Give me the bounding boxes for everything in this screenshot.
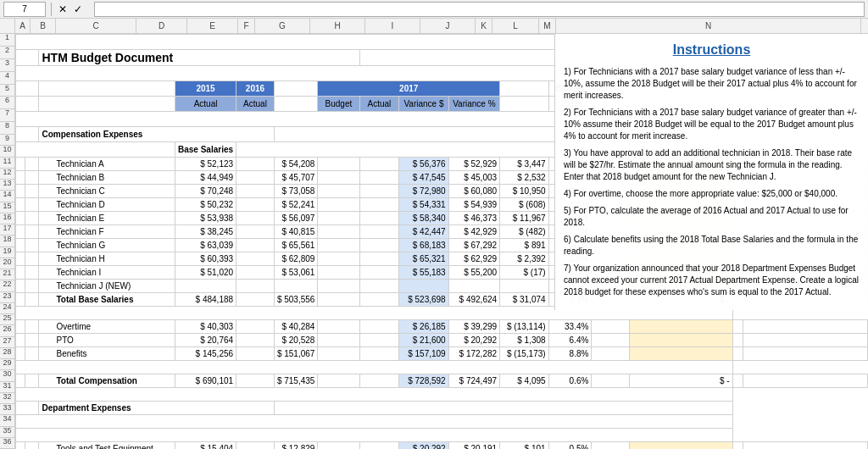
confirm-icon[interactable]: ✓ <box>72 3 84 15</box>
row-label[interactable]: Technician J (NEW) <box>39 280 175 293</box>
cell[interactable]: 6.4% <box>548 334 592 347</box>
cell[interactable]: $ 728,592 <box>399 374 448 388</box>
cell[interactable] <box>25 225 39 239</box>
cell[interactable]: $ 58,340 <box>399 212 448 225</box>
cell[interactable]: $ 1,308 <box>500 334 549 347</box>
cell[interactable]: $ 101 <box>500 442 549 450</box>
cell[interactable] <box>16 266 25 280</box>
cell[interactable] <box>175 280 236 293</box>
cell[interactable] <box>16 225 25 239</box>
cell[interactable]: $ 42,447 <box>399 225 448 239</box>
row-label[interactable]: Benefits <box>39 347 175 361</box>
budget-2018-cell[interactable] <box>629 442 732 450</box>
cell[interactable]: $ 45,003 <box>448 171 499 185</box>
row-label[interactable]: Technician C <box>39 185 175 198</box>
cell[interactable] <box>16 185 25 198</box>
cell[interactable]: $ 484,188 <box>175 293 236 307</box>
cell[interactable]: $ 492,624 <box>448 293 499 307</box>
cell[interactable]: $ 690,101 <box>175 374 236 388</box>
budget-2018-cell[interactable] <box>629 320 732 334</box>
cell[interactable]: $ 4,095 <box>500 374 549 388</box>
cell[interactable]: $ 55,183 <box>399 266 448 280</box>
cancel-icon[interactable]: ✕ <box>57 3 69 15</box>
cell[interactable]: $ 67,292 <box>448 239 499 252</box>
cell[interactable]: $ 40,815 <box>274 225 318 239</box>
cell[interactable]: $ 62,929 <box>448 252 499 266</box>
row-label[interactable]: Technician A <box>39 158 175 171</box>
cell[interactable]: $ (608) <box>500 198 549 212</box>
cell[interactable] <box>16 252 25 266</box>
cell[interactable]: $ 56,376 <box>399 158 448 171</box>
cell[interactable] <box>16 198 25 212</box>
cell[interactable]: $ 31,074 <box>500 293 549 307</box>
cell[interactable]: $ 65,561 <box>274 239 318 252</box>
cell[interactable]: $ 20,528 <box>274 334 318 347</box>
cell[interactable]: $ 26,185 <box>399 320 448 334</box>
cell[interactable] <box>448 280 499 293</box>
cell[interactable]: 0.5% <box>548 442 592 450</box>
cell[interactable]: $ 54,331 <box>399 198 448 212</box>
cell[interactable] <box>16 347 25 361</box>
cell[interactable]: $ 46,373 <box>448 212 499 225</box>
cell[interactable]: $ 21,600 <box>399 334 448 347</box>
cell[interactable]: $ (13,114) <box>500 320 549 334</box>
cell[interactable]: $ 60,080 <box>448 185 499 198</box>
cell[interactable] <box>25 442 39 450</box>
cell[interactable] <box>25 347 39 361</box>
cell[interactable]: $ 52,929 <box>448 158 499 171</box>
cell[interactable]: $ 55,200 <box>448 266 499 280</box>
cell[interactable]: $ 60,393 <box>175 252 236 266</box>
cell[interactable] <box>16 320 25 334</box>
cell[interactable] <box>16 171 25 185</box>
cell[interactable] <box>16 239 25 252</box>
cell[interactable]: $ 2,532 <box>500 171 549 185</box>
cell[interactable]: $ (17) <box>500 266 549 280</box>
cell[interactable] <box>25 212 39 225</box>
cell[interactable]: $ 56,097 <box>274 212 318 225</box>
cell[interactable] <box>16 293 25 307</box>
cell[interactable]: $ 891 <box>500 239 549 252</box>
cell[interactable] <box>25 198 39 212</box>
cell[interactable]: $ 10,950 <box>500 185 549 198</box>
row-label[interactable]: Technician F <box>39 225 175 239</box>
cell[interactable] <box>25 374 39 388</box>
cell[interactable]: $ 151,067 <box>274 347 318 361</box>
cell[interactable] <box>274 280 318 293</box>
cell[interactable]: $ 45,707 <box>274 171 318 185</box>
cell[interactable] <box>16 334 25 347</box>
cell[interactable] <box>25 252 39 266</box>
cell[interactable] <box>25 185 39 198</box>
cell[interactable]: $ 42,929 <box>448 225 499 239</box>
cell[interactable]: $ 53,938 <box>175 212 236 225</box>
cell[interactable]: $ 53,061 <box>274 266 318 280</box>
cell[interactable] <box>16 212 25 225</box>
cell[interactable]: $ 54,939 <box>448 198 499 212</box>
cell[interactable]: $ (482) <box>500 225 549 239</box>
cell[interactable] <box>25 320 39 334</box>
cell[interactable] <box>25 239 39 252</box>
cell[interactable] <box>25 293 39 307</box>
name-box[interactable] <box>3 2 46 17</box>
cell[interactable]: $ 54,208 <box>274 158 318 171</box>
cell[interactable]: 8.8% <box>548 347 592 361</box>
cell[interactable]: $ 52,123 <box>175 158 236 171</box>
cell[interactable]: $ 20,764 <box>175 334 236 347</box>
cell[interactable]: $ 724,497 <box>448 374 499 388</box>
budget-2018-cell[interactable] <box>629 347 732 361</box>
cell[interactable]: $ 2,392 <box>500 252 549 266</box>
cell[interactable] <box>25 280 39 293</box>
cell[interactable]: $ 73,058 <box>274 185 318 198</box>
cell[interactable]: $ 39,299 <box>448 320 499 334</box>
cell[interactable]: $ 44,949 <box>175 171 236 185</box>
cell[interactable]: $ 20,292 <box>448 334 499 347</box>
row-label[interactable]: Technician D <box>39 198 175 212</box>
cell[interactable]: $ 68,183 <box>399 239 448 252</box>
cell[interactable]: $ 62,809 <box>274 252 318 266</box>
cell[interactable]: $ 157,109 <box>399 347 448 361</box>
cell[interactable]: $ 51,020 <box>175 266 236 280</box>
cell[interactable]: $ 47,545 <box>399 171 448 185</box>
cell[interactable]: $ 20,191 <box>448 442 499 450</box>
cell[interactable]: $ (15,173) <box>500 347 549 361</box>
cell[interactable] <box>25 334 39 347</box>
cell[interactable]: $ 12,829 <box>274 442 318 450</box>
